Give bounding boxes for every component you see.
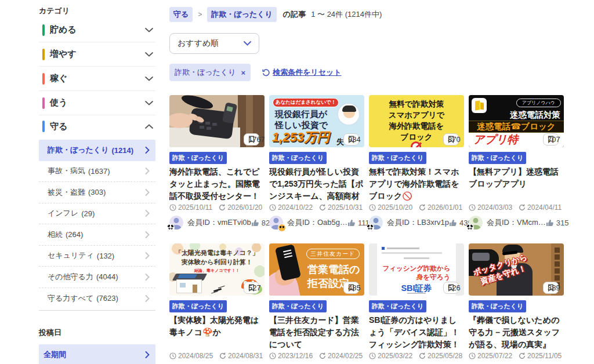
bookmark-count[interactable]: 934: [343, 133, 359, 145]
sidebar-category-grow[interactable]: 増やす: [39, 42, 155, 67]
clock-icon: [469, 352, 476, 359]
sidebar-item-security[interactable]: セキュリティ (132): [39, 246, 155, 267]
sidebar-item-disaster-theft[interactable]: 被災・盗難 (303): [39, 182, 155, 203]
member-row: 会員ID：VMcm… 315: [469, 216, 564, 230]
category-badge: 詐欺・ぼったくり: [369, 152, 426, 164]
avatar: [269, 216, 283, 230]
bookmark-count[interactable]: 485: [343, 282, 359, 294]
bookmark-count[interactable]: 870: [443, 133, 459, 145]
article-thumbnail[interactable]: アプリノウハウ 迷惑電話対策 迷惑電話☎ブロック アプリ特 707: [469, 95, 564, 147]
sidebar-item-all-period[interactable]: 全期間: [39, 344, 155, 364]
thumb-text: 現役銀行員が: [275, 109, 327, 120]
like-count: 315: [546, 219, 569, 227]
bookmark-count[interactable]: 527: [244, 282, 259, 294]
category-badge: 詐欺・ぼったくり: [469, 152, 526, 164]
thumb-text: 営業電話の: [307, 263, 360, 276]
filter-chip-label: 詐欺・ぼったくり: [175, 67, 236, 78]
sidebar-item-fraud[interactable]: 詐欺・ぼったくり (1214): [39, 140, 155, 161]
sidebar-category-earn[interactable]: 稼ぐ: [39, 67, 155, 91]
bookmark-count[interactable]: 526: [443, 282, 459, 294]
category-badge: 詐欺・ぼったくり: [169, 300, 227, 312]
sidebar-item-protect-all[interactable]: 守る力すべて (7623): [39, 288, 155, 310]
chevron-right-icon: [145, 147, 150, 154]
refresh-icon: [419, 204, 426, 211]
article-dates: 2024/10/22 2025/10/31: [269, 203, 364, 212]
sidebar-category-save[interactable]: 貯める: [39, 18, 155, 42]
sort-dropdown[interactable]: おすすめ順: [169, 33, 259, 54]
article-thumbnail[interactable]: 「太陽光発電は毒キノコ？」 実体験から利回り計算！ 結論、毒キノコです！！ 52…: [169, 243, 265, 296]
article-thumbnail[interactable]: ボッタクリから資産を守れ！ 389: [469, 243, 564, 296]
sidebar-divider: [39, 310, 155, 311]
chevron-down-icon: [145, 52, 153, 57]
thumb-text: 迷惑電話対策: [510, 110, 560, 121]
category-badge: 詐欺・ぼったくり: [469, 300, 526, 312]
article-title[interactable]: 『葬儀で損しないための守る力 – 元搬送スタッフが語る、現場の真実』: [469, 314, 564, 351]
subcategory-count: (4044): [96, 272, 118, 281]
article-card[interactable]: 三井住友カード 営業電話の 拒否設定 485 詐欺・ぼったくり 【三井住友カード…: [269, 243, 364, 364]
member-id: 会員ID：VMcm…: [487, 217, 546, 228]
sidebar-item-inheritance[interactable]: 相続 (264): [39, 224, 155, 246]
article-title[interactable]: SBI証券の方はやりましょう「デバイス認証」！フィッシング詐欺対策！: [369, 314, 464, 351]
prohibition-icon: [411, 141, 421, 147]
app-logo-icon: [472, 98, 487, 113]
article-card[interactable]: あなたはだまされないで！ 現役銀行員が 怪しい投資で 1,253万円 失っ 93…: [269, 95, 364, 230]
article-card[interactable]: 1767 詐欺・ぼったくり 海外詐欺電話、これでピタッと止まった。国際電話不取扱…: [169, 95, 265, 230]
member-id: 会員ID：Oab5g…: [287, 217, 347, 228]
blurred-text: [404, 257, 429, 259]
article-thumbnail[interactable]: フィッシング詐欺から ⚠身を守ろう⚠ SBI証券 526: [369, 243, 464, 296]
article-card[interactable]: アプリノウハウ 迷惑電話対策 迷惑電話☎ブロック アプリ特 707 詐欺・ぼった…: [469, 95, 564, 230]
thumb-tag: アプリノウハウ: [516, 99, 561, 107]
article-card[interactable]: 無料で詐欺対策 スマホアプリで 海外詐欺電話を ブロック 870 詐欺・ぼったく…: [369, 95, 464, 230]
bookmark-count[interactable]: 707: [543, 133, 559, 145]
bookmark-count[interactable]: 1767: [244, 133, 259, 145]
remove-filter-icon[interactable]: ×: [241, 68, 246, 77]
avatar: [369, 216, 383, 230]
reset-filters-link[interactable]: 検索条件をリセット: [262, 67, 342, 78]
sidebar-category-protect[interactable]: 守る: [39, 115, 155, 137]
article-thumbnail[interactable]: 1767: [169, 95, 265, 147]
emoji-badge-icon: [278, 224, 285, 231]
article-card[interactable]: ボッタクリから資産を守れ！ 389 詐欺・ぼったくり 『葬儀で損しないための守る…: [469, 243, 564, 364]
refresh-icon: [319, 352, 326, 359]
sidebar-item-inflation[interactable]: インフレ (29): [39, 203, 155, 225]
chevron-right-icon: [145, 168, 150, 174]
subcategory-count: (1637): [88, 167, 110, 176]
article-title[interactable]: 【三井住友カード】営業電話を拒否設定する方法について: [269, 314, 364, 351]
refresh-icon: [519, 204, 526, 211]
warning-icon: ⚠: [416, 273, 422, 281]
clock-icon: [269, 352, 276, 359]
bookmark-count[interactable]: 389: [543, 282, 559, 294]
article-title[interactable]: 【無料アプリ】迷惑電話ブロップアプリ: [469, 166, 564, 202]
refresh-icon: [219, 352, 226, 359]
sidebar-item-other-protect[interactable]: その他守る力 (4044): [39, 267, 155, 288]
page: カテゴリ 貯める 増やす 稼ぐ 使う: [0, 0, 594, 364]
thumb-text: 「太陽光発電は毒キノコ？」: [169, 249, 265, 257]
thumbs-up-icon: [251, 219, 259, 227]
article-card[interactable]: フィッシング詐欺から ⚠身を守ろう⚠ SBI証券 526 詐欺・ぼったくり SB…: [369, 243, 464, 364]
article-thumbnail[interactable]: あなたはだまされないで！ 現役銀行員が 怪しい投資で 1,253万円 失っ 93…: [269, 95, 364, 147]
breadcrumb-protect[interactable]: 守る: [169, 7, 193, 22]
subcategory-count: (132): [97, 252, 114, 260]
sidebar-item-accident-illness[interactable]: 事故・病気 (1637): [39, 161, 155, 183]
thumb-text: フィッシング詐欺から: [377, 264, 456, 273]
breadcrumb-fraud[interactable]: 詐欺・ぼったくり: [207, 7, 277, 22]
chevron-right-icon: [145, 295, 150, 302]
category-label: 増やす: [50, 49, 145, 60]
article-title[interactable]: 【実体験】太陽光発電は毒キノコ🍄か: [169, 314, 265, 351]
thumbs-up-icon: [347, 219, 356, 227]
article-title[interactable]: 海外詐欺電話、これでピタッと止まった。国際電話不取扱受付センター！: [169, 166, 265, 202]
stick-figure-illustration: [213, 288, 222, 292]
article-thumbnail[interactable]: 三井住友カード 営業電話の 拒否設定 485: [269, 243, 364, 296]
article-title[interactable]: 現役銀行員が怪しい投資で1,253万円失った話【ポンジスキーム、高額商材の実態】: [269, 166, 364, 202]
article-card[interactable]: 「太陽光発電は毒キノコ？」 実体験から利回り計算！ 結論、毒キノコです！！ 52…: [169, 243, 265, 364]
chevron-down-icon: [244, 41, 251, 46]
thumbs-up-icon: [546, 219, 554, 227]
chevron-down-icon: [145, 101, 153, 105]
article-title[interactable]: 無料で詐欺対策！スマホアプリで海外詐欺電話をブロック🚫: [369, 166, 464, 202]
breadcrumb: 守る > 詐欺・ぼったくり の記事 1 〜 24件 (1214件中): [169, 7, 568, 22]
sidebar-category-spend[interactable]: 使う: [39, 91, 155, 115]
article-thumbnail[interactable]: 無料で詐欺対策 スマホアプリで 海外詐欺電話を ブロック 870: [369, 95, 464, 147]
blurred-text: [382, 247, 385, 250]
filter-chip-fraud[interactable]: 詐欺・ぼったくり ×: [169, 64, 251, 81]
blurred-text: [407, 293, 426, 294]
